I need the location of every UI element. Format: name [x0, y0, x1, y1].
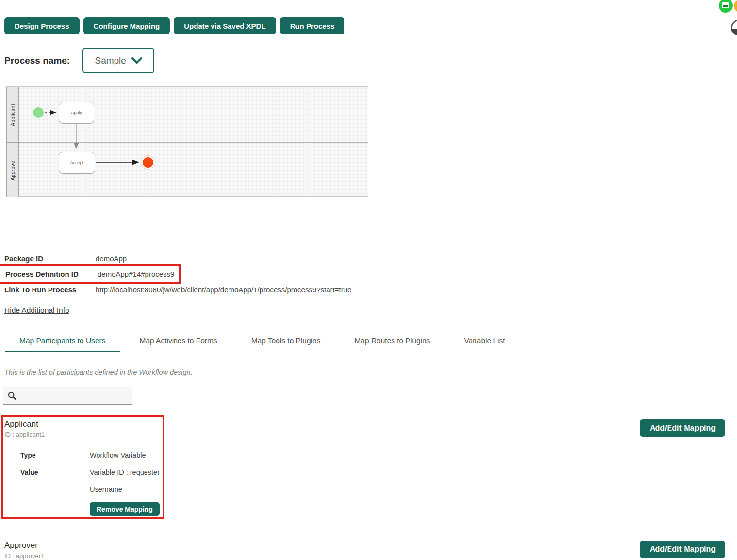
process-name-row: Process name: Sample [4, 48, 737, 73]
flow-arrows [6, 87, 369, 197]
screen-capture-fab[interactable] [719, 0, 733, 13]
participant-name: Applicant [4, 419, 737, 429]
package-id-label: Package ID [4, 255, 96, 263]
link-to-run-process-label: Link To Run Process [4, 286, 96, 294]
participant-search[interactable] [3, 387, 132, 405]
participant-name: Approver [4, 541, 737, 550]
window-icon [722, 2, 729, 8]
participant-applicant: Applicant ID : applicant1 Type Workflow … [4, 419, 737, 520]
participant-approver: Approver ID : approver1 Add/Edit Mapping [4, 541, 737, 560]
design-process-button[interactable]: Design Process [4, 17, 80, 34]
mapping-tabs: Map Participants to Users Map Activities… [0, 332, 737, 352]
process-definition-id-label: Process Definition ID [5, 270, 98, 278]
chevron-down-icon [131, 57, 142, 64]
process-name-label: Process name: [4, 55, 70, 66]
process-definition-id-value: demoApp#14#process9 [98, 270, 174, 278]
mapping-value-label: Value [20, 468, 90, 476]
mapping-type-label: Type [20, 451, 90, 459]
process-name-value: Sample [95, 55, 126, 66]
update-via-saved-xpdl-button[interactable]: Update via Saved XPDL [174, 17, 276, 34]
search-icon [8, 391, 16, 400]
bottom-divider [0, 559, 737, 559]
hide-additional-info-link[interactable]: Hide Additional Info [4, 306, 69, 315]
mapping-extra-value: Username [90, 485, 737, 493]
configure-mapping-button[interactable]: Configure Mapping [83, 17, 170, 34]
toolbar: Design Process Configure Mapping Update … [4, 17, 737, 34]
run-process-button[interactable]: Run Process [280, 17, 345, 34]
mapping-details: Type Workflow Variable Value Variable ID… [20, 451, 737, 516]
tab-variable-list[interactable]: Variable List [449, 332, 519, 352]
orange-fab[interactable] [734, 0, 737, 13]
tab-map-participants-to-users[interactable]: Map Participants to Users [5, 332, 120, 352]
participant-id: ID : applicant1 [4, 431, 737, 438]
tab-map-tools-to-plugins[interactable]: Map Tools to Plugins [237, 332, 335, 352]
mapping-type-value: Workflow Variable [90, 451, 737, 459]
process-definition-id-highlight: Process Definition ID demoApp#14#process… [0, 264, 181, 284]
remove-mapping-button[interactable]: Remove Mapping [90, 502, 160, 516]
search-input[interactable] [20, 387, 132, 404]
process-name-dropdown[interactable]: Sample [82, 48, 154, 73]
link-to-run-process-value: http://localhost:8080/jw/web/client/app/… [96, 286, 351, 294]
package-id-row: Package ID demoApp [4, 255, 737, 263]
participants-note: This is the list of participants defined… [4, 368, 737, 376]
add-edit-mapping-button-applicant[interactable]: Add/Edit Mapping [640, 419, 725, 437]
tab-map-routes-to-plugins[interactable]: Map Routes to Plugins [340, 332, 444, 352]
process-info: Package ID demoApp Process Definition ID… [4, 255, 737, 315]
package-id-value: demoApp [96, 255, 127, 263]
workflow-diagram: Applicant Approver Apply Accept [6, 86, 368, 197]
link-to-run-process-row: Link To Run Process http://localhost:808… [4, 286, 737, 294]
mapping-value-value: Variable ID : requester [90, 468, 737, 476]
add-edit-mapping-button-approver[interactable]: Add/Edit Mapping [640, 541, 725, 558]
tab-map-activities-to-forms[interactable]: Map Activities to Forms [125, 332, 231, 352]
